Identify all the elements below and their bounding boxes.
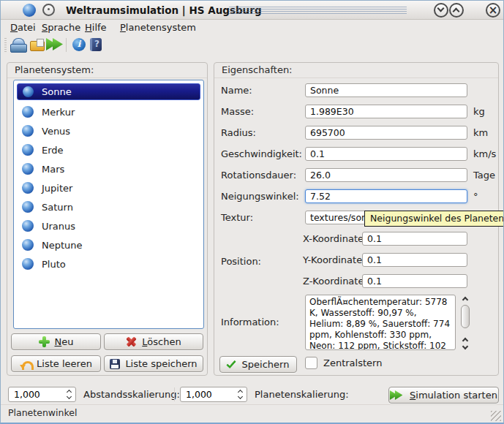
app-icon (23, 4, 36, 17)
rotationsdauer-input[interactable] (305, 168, 467, 182)
radius-unit: km (473, 126, 488, 140)
field-row-z-koordinate: Z-Koordinate: (214, 274, 498, 288)
list-item-merkur[interactable]: Merkur (14, 102, 203, 121)
planet-globe-icon (22, 106, 34, 118)
chevron-down-icon (437, 5, 445, 12)
planet-globe-icon (22, 220, 34, 232)
field-row-rotationsdauer: Rotationsdauer: Tage (214, 168, 498, 182)
speichern-button[interactable]: Speichern (219, 356, 297, 373)
planet-globe-icon (22, 125, 34, 137)
abstandsskalierung-spinbox[interactable] (8, 387, 76, 402)
help-icon[interactable] (90, 38, 102, 51)
planet-globe-icon (22, 201, 34, 213)
field-row-radius: Radius: km (214, 126, 498, 140)
menu-hilfe[interactable]: Hilfe (85, 20, 107, 35)
scroll-up-icon[interactable] (462, 297, 468, 303)
toolbar-separator (66, 38, 67, 52)
info-icon[interactable] (72, 38, 86, 51)
play-icon (390, 390, 403, 400)
resize-grip-icon[interactable] (491, 411, 501, 421)
planet-globe-icon (23, 86, 34, 97)
neu-button[interactable]: Neu (11, 333, 101, 350)
list-item-sonne[interactable]: Sonne (17, 83, 200, 100)
red-x-icon (126, 336, 137, 347)
eigenschaften-group-title: Eigenschaften: (214, 63, 498, 78)
status-text: Planetenwinkel (8, 407, 77, 418)
zentralstern-checkbox[interactable] (305, 357, 317, 369)
menubar: Datei Sprache Hilfe Planetensystem (1, 20, 503, 35)
y-koordinate-label: Y-Koordinate: (303, 253, 366, 267)
spinner-arrows-icon[interactable] (236, 389, 244, 398)
titlebar-stripes (229, 7, 407, 15)
radius-input[interactable] (305, 126, 467, 140)
plus-icon (39, 336, 50, 347)
planetenskalierung-input[interactable] (181, 387, 232, 401)
field-row-name: Name: (214, 83, 498, 97)
menu-datei[interactable]: Datei (10, 20, 36, 35)
information-scrollbar[interactable] (460, 295, 470, 350)
planetenskalierung-label: Planetenskalierung: (255, 387, 349, 402)
scrollbar-thumb[interactable] (461, 305, 470, 328)
list-item-neptune[interactable]: Neptune (14, 235, 203, 254)
list-item-venus[interactable]: Venus (14, 121, 203, 140)
import-folder-icon[interactable] (30, 39, 44, 50)
geschwindigkeit-unit: km/s (473, 147, 496, 161)
neigungswinkel-label: Neigungswinkel: (221, 189, 299, 203)
x-koordinate-label: X-Koordinate: (303, 232, 366, 246)
loeschen-button[interactable]: Löschen (104, 333, 203, 350)
liste-speichern-button[interactable]: Liste speichern (104, 355, 203, 372)
check-icon (226, 358, 236, 368)
textur-label: Textur: (221, 211, 253, 224)
masse-input[interactable] (305, 105, 467, 118)
menu-planetensystem[interactable]: Planetensystem (120, 20, 196, 35)
planet-listbox[interactable]: Sonne Merkur Venus Erde Mars Jupiter Sat… (13, 80, 204, 329)
titlebar[interactable]: Weltraumsimulation | HS Augsburg (1, 1, 503, 20)
shade-button[interactable] (42, 4, 55, 16)
open-list-icon[interactable] (10, 38, 26, 51)
planet-globe-icon (22, 163, 34, 175)
geschwindigkeit-input[interactable] (305, 147, 467, 161)
planet-globe-icon (22, 239, 34, 251)
information-textarea[interactable]: OberflÃ¤chentemperatur: 5778 K, Wasserst… (305, 295, 456, 350)
list-item-mars[interactable]: Mars (14, 159, 203, 178)
abstandsskalierung-label: Abstandsskalierung: (83, 387, 180, 402)
neigungswinkel-input[interactable] (305, 189, 467, 203)
simulation-starten-button[interactable]: Simulation starten (388, 387, 499, 404)
maximize-button[interactable] (449, 3, 464, 18)
z-koordinate-input[interactable] (362, 274, 467, 288)
planetenskalierung-spinbox[interactable] (180, 387, 247, 402)
field-row-x-koordinate: X-Koordinate: (214, 232, 498, 246)
floppy-disk-icon (110, 359, 120, 369)
y-koordinate-input[interactable] (362, 253, 467, 267)
zentralstern-label: Zentralstern (323, 356, 382, 370)
abstandsskalierung-input[interactable] (9, 387, 61, 401)
bottom-separator (174, 387, 175, 401)
tooltip: Neigungswinkel des Planeten (364, 211, 504, 227)
information-label: Information: (221, 315, 279, 329)
toolbar (1, 35, 503, 55)
name-label: Name: (221, 83, 252, 97)
list-item-saturn[interactable]: Saturn (14, 197, 203, 216)
planet-globe-icon (22, 258, 34, 270)
planetensystem-groupbox: Planetensystem: Sonne Merkur Venus Erde … (7, 62, 208, 376)
x-koordinate-input[interactable] (362, 232, 467, 246)
list-item-jupiter[interactable]: Jupiter (14, 178, 203, 197)
list-item-uranus[interactable]: Uranus (14, 216, 203, 235)
spinner-arrows-icon[interactable] (64, 389, 73, 398)
close-button[interactable] (486, 3, 500, 18)
run-simulation-icon[interactable] (46, 38, 63, 50)
list-item-erde[interactable]: Erde (14, 140, 203, 159)
undo-arrow-icon (20, 360, 31, 368)
menu-sprache[interactable]: Sprache (42, 20, 80, 35)
list-item-pluto[interactable]: Pluto (14, 254, 203, 273)
liste-leeren-button[interactable]: Liste leeren (11, 355, 101, 372)
masse-label: Masse: (221, 105, 254, 118)
name-input[interactable] (305, 83, 467, 97)
planetensystem-group-title: Planetensystem: (7, 63, 207, 78)
toolbar-grip[interactable] (4, 38, 7, 52)
statusbar: Planetenwinkel (1, 404, 503, 423)
scroll-down-icon[interactable] (462, 344, 468, 349)
minimize-button[interactable] (434, 3, 448, 18)
field-row-y-koordinate: Y-Koordinate: (214, 253, 498, 267)
rotationsdauer-label: Rotationsdauer: (221, 168, 296, 182)
